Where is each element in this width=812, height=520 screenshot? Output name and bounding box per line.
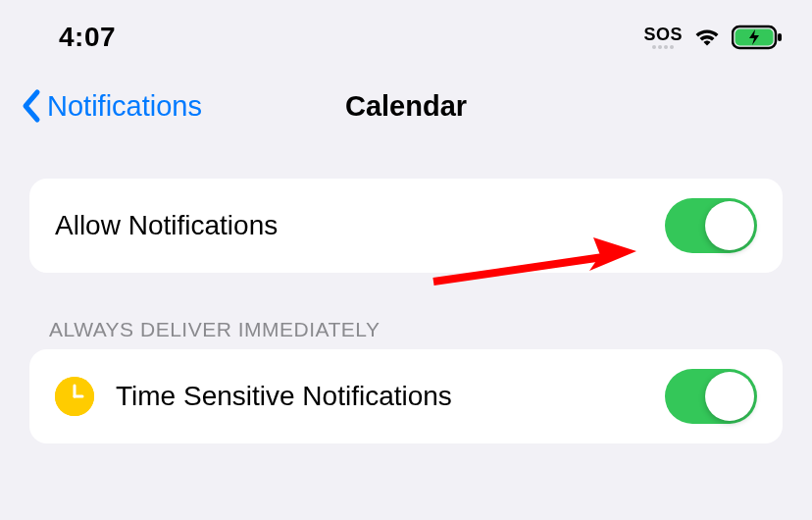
allow-notifications-row: Allow Notifications: [29, 179, 783, 273]
sos-indicator: SOS: [643, 26, 683, 49]
settings-group-time-sensitive: Time Sensitive Notifications: [29, 349, 783, 443]
section-header-deliver: ALWAYS DELIVER IMMEDIATELY: [49, 318, 763, 341]
battery-charging-icon: [732, 25, 783, 50]
time-sensitive-row: Time Sensitive Notifications: [29, 349, 783, 443]
toggle-knob: [705, 201, 754, 250]
allow-notifications-toggle[interactable]: [665, 198, 757, 253]
sos-label: SOS: [643, 26, 683, 43]
wifi-icon: [692, 26, 722, 48]
time-sensitive-label: Time Sensitive Notifications: [116, 381, 452, 412]
back-label: Notifications: [47, 90, 202, 123]
status-bar: 4:07 SOS: [0, 0, 812, 57]
toggle-knob: [705, 372, 754, 421]
time-sensitive-toggle[interactable]: [665, 369, 757, 424]
svg-rect-2: [778, 33, 782, 41]
page-title: Calendar: [345, 90, 467, 123]
status-time: 4:07: [59, 22, 116, 53]
back-button[interactable]: Notifications: [20, 88, 202, 124]
settings-group-main: Allow Notifications: [29, 179, 783, 273]
allow-notifications-label: Allow Notifications: [55, 210, 278, 241]
navigation-bar: Notifications Calendar: [0, 57, 812, 151]
row-left-content: Time Sensitive Notifications: [55, 377, 452, 416]
chevron-left-icon: [20, 88, 43, 124]
clock-icon: [55, 377, 94, 416]
status-right: SOS: [643, 25, 783, 50]
sos-dots: [652, 45, 674, 49]
